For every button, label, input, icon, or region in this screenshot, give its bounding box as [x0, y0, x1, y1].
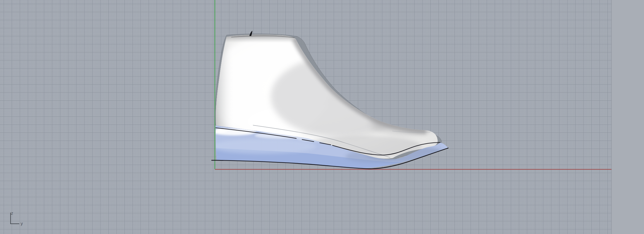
cad-viewport[interactable]: z y: [0, 0, 644, 234]
axis-gizmo-y-label: y: [20, 221, 23, 226]
axis-gizmo-z-label: z: [11, 211, 13, 216]
